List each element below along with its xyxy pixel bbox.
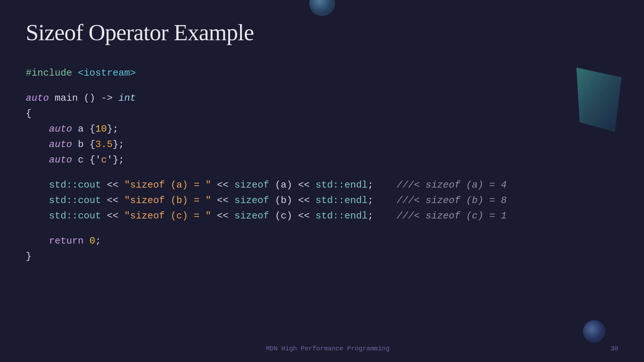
- code-line-cout3: std::cout << "sizeof (c) = " << sizeof (…: [26, 208, 618, 224]
- code-line-include: #include <iostream>: [26, 65, 618, 81]
- code-line-brace-close: }: [26, 249, 618, 264]
- deco-top-right-shape: [573, 64, 625, 135]
- footer-page-number: 30: [611, 345, 618, 352]
- code-line-main: auto main () -> int: [26, 90, 618, 106]
- deco-bottom-orb: [583, 320, 605, 343]
- code-block: #include <iostream> auto main () -> int …: [26, 65, 618, 264]
- code-preprocessor: #include: [26, 68, 72, 79]
- page-title: Sizeof Operator Example: [26, 19, 618, 46]
- code-line-cout2: std::cout << "sizeof (b) = " << sizeof (…: [26, 193, 618, 208]
- code-line-brace-open: {: [26, 106, 618, 121]
- svg-marker-0: [576, 68, 621, 132]
- code-line-c: auto c {'c'};: [26, 152, 618, 168]
- code-line-b: auto b {3.5};: [26, 137, 618, 152]
- deco-top-orb: [309, 0, 335, 16]
- code-header: <iostream>: [78, 68, 136, 79]
- code-line-a: auto a {10};: [26, 121, 618, 137]
- footer: MDN High Performance Programming 30: [0, 345, 644, 352]
- slide: Sizeof Operator Example #include <iostre…: [0, 0, 644, 362]
- code-line-cout1: std::cout << "sizeof (a) = " << sizeof (…: [26, 177, 618, 193]
- footer-title: MDN High Performance Programming: [45, 345, 611, 352]
- code-line-return: return 0;: [26, 233, 618, 249]
